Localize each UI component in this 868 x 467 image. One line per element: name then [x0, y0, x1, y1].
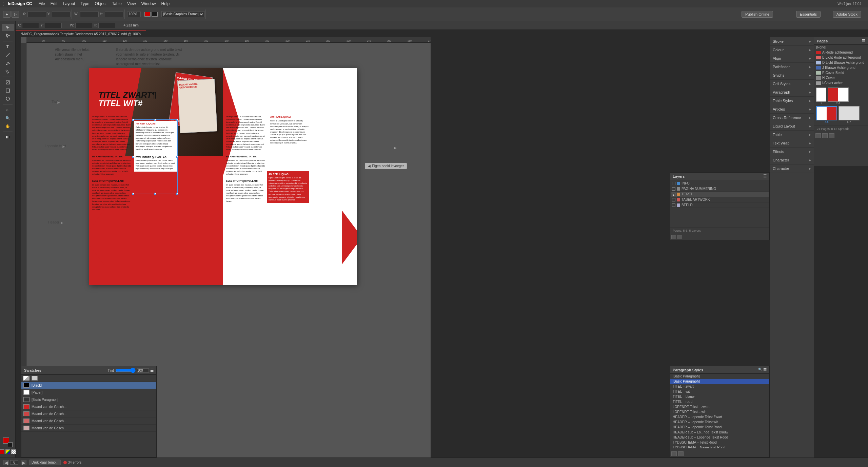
style-basic-para-1[interactable]: [Basic Paragraph] [670, 374, 769, 379]
style-header-lopende-wit[interactable]: HEADER – Lopende Tekst wit [670, 420, 769, 425]
layer-tabel-vis[interactable] [672, 198, 675, 201]
y-input[interactable] [52, 11, 71, 17]
swatch-maand3-item[interactable]: Maand van de Gesch... [21, 417, 156, 425]
right-nav-arrow[interactable] [342, 210, 357, 265]
style-lopende-zwart[interactable]: LOPENDE Tekst – zwart [670, 404, 769, 409]
stroke-panel-btn[interactable]: Colour ▶ [770, 46, 814, 54]
pages-item-d[interactable]: D-Licht Blauwe Achtergrond [814, 60, 868, 65]
layers-new-btn[interactable] [671, 235, 676, 239]
right-float-box[interactable]: AM REM ILIQUAS: Oplut ut ut dolupta core… [267, 171, 309, 203]
style-titel-wit[interactable]: TITEL – wit [670, 389, 769, 394]
direct-selection-tool[interactable] [2, 32, 14, 39]
stroke-swatch[interactable] [8, 442, 13, 447]
layers-panel-menu[interactable]: ☰ [763, 174, 767, 178]
layer-vis-icon[interactable] [672, 182, 675, 185]
menu-view[interactable]: View [125, 1, 138, 6]
swatch-paper-item[interactable]: [Paper] [21, 389, 156, 396]
layer-pagnr-vis[interactable] [672, 187, 675, 191]
swatch-maand2-item[interactable]: Maand van de Gesch... [21, 410, 156, 417]
style-header-sub-blauw[interactable]: HEADER sub – Lo...nde Tekst Blauw [670, 430, 769, 435]
para-styles-trash-btn[interactable] [678, 451, 684, 456]
current-page-input[interactable] [10, 460, 18, 465]
style-titel-blauw[interactable]: TITEL – blauw [670, 394, 769, 399]
menu-layout[interactable]: Layout [61, 1, 78, 6]
zoom-tool[interactable]: 🔍 [2, 114, 14, 122]
articles-panel-btn[interactable]: Cross-Reference ▶ [770, 114, 814, 122]
swatch-black-item[interactable]: [Black] [21, 382, 156, 389]
zoom-input[interactable] [127, 11, 141, 17]
w-input[interactable] [80, 11, 99, 17]
t2-w-input[interactable] [75, 23, 92, 28]
menu-edit[interactable]: Edit [48, 1, 60, 6]
colour-panel-btn[interactable]: Align ▶ [770, 54, 814, 63]
menu-object[interactable]: Object [93, 1, 109, 6]
layers-trash-btn[interactable] [677, 235, 682, 239]
pen-tool[interactable] [2, 59, 14, 67]
pages-item-f[interactable]: F-Cover Beeld [814, 70, 868, 75]
prev-page-btn[interactable]: ◀ [3, 460, 9, 465]
pages-new-page-btn[interactable] [822, 133, 828, 138]
pages-item-j[interactable]: J-Blauwe Achtergrond [814, 65, 868, 70]
float-text-box[interactable]: AM REM ILIQUAS: Oplut ut ut dolupta core… [134, 120, 178, 172]
pages-trash-btn[interactable] [829, 133, 834, 138]
layer-tekst-vis[interactable]: ● [672, 193, 675, 196]
cell-styles-panel-btn[interactable]: Paragraph ▶ [770, 88, 814, 97]
layer-lock-icon[interactable] [677, 182, 680, 185]
swatch-maand4-item[interactable]: Maand van de Gesch... [21, 425, 156, 432]
layer-pagnr-lock[interactable] [677, 187, 680, 191]
apply-gradient-btn[interactable] [5, 449, 10, 454]
left-nav-arrow[interactable] [89, 210, 104, 265]
table-styles-panel-btn[interactable]: Articles ▶ [770, 105, 814, 114]
text-wrap-panel-btn[interactable]: Effects ▶ [770, 148, 814, 156]
menu-help[interactable]: Help [159, 1, 172, 6]
glyphs-panel-btn[interactable]: Cell Styles ▶ [770, 80, 814, 88]
essentials-button[interactable]: Essentials [796, 11, 821, 18]
table-panel-btn[interactable]: Text Wrap ▶ [770, 139, 814, 148]
apply-none-btn[interactable] [11, 449, 16, 454]
style-titel-rood[interactable]: TITEL – rood [670, 399, 769, 404]
t2-h-input[interactable] [98, 23, 115, 28]
swatches-menu[interactable]: ☰ [150, 368, 154, 373]
menu-file[interactable]: File [36, 1, 47, 6]
scissors-tool[interactable]: ✁ [2, 106, 14, 114]
page-thumb-2-3[interactable] [828, 87, 849, 102]
hand-tool[interactable]: ✋ [2, 122, 14, 130]
pencil-tool[interactable] [2, 67, 14, 75]
rect-frame-tool[interactable] [2, 79, 14, 86]
effects-panel-btn[interactable]: Character ▶ [770, 156, 814, 164]
adobe-stock-button[interactable]: Adobe Stock [833, 11, 861, 18]
t2-y-input[interactable] [45, 23, 62, 28]
page-thumb-6-7[interactable] [839, 106, 860, 120]
eigen-beeld-btn[interactable]: ◀ Eigen beeld invoeger [365, 163, 407, 169]
line-tool[interactable] [2, 51, 14, 59]
character-panel-btn[interactable]: Character ▶ [770, 164, 814, 173]
x-input[interactable] [27, 11, 46, 17]
stroke-color-swatch[interactable] [152, 12, 158, 17]
page-thumb-1[interactable] [816, 87, 826, 102]
layer-beeld-vis[interactable] [672, 203, 675, 207]
style-header-lopende-rood[interactable]: HEADER – Lopende Tekst Rood [670, 425, 769, 430]
paragraph-panel-btn[interactable]: Table Styles ▶ [770, 97, 814, 105]
file-tab[interactable]: *MVDG_Programmaboek Template Deelnemers … [16, 30, 146, 37]
rect-tool[interactable] [2, 87, 14, 94]
para-styles-new-btn[interactable] [671, 451, 677, 456]
layer-tekst-item[interactable]: ● TEKST [671, 192, 769, 197]
menu-table[interactable]: Table [110, 1, 124, 6]
pages-item-i[interactable]: I-Cover acher [814, 80, 868, 85]
layer-pagnr-item[interactable]: PAGINA NUMMERING [671, 186, 769, 192]
style-header-sub-rood[interactable]: HEADER sub – Lopende Tekst Rood [670, 435, 769, 440]
publish-online-button[interactable]: Publish Online [742, 11, 773, 18]
menu-window[interactable]: Window [139, 1, 158, 6]
style-tyds-naam-rood[interactable]: TYDSSCHEMA – Naam bold Rood [670, 445, 769, 448]
pages-item-a[interactable]: A-Rode achtergrond [814, 50, 868, 55]
para-styles-menu[interactable]: ☰ [763, 368, 767, 372]
page-thumb-4-5[interactable] [816, 106, 837, 120]
direct-select-btn[interactable]: ▷ [12, 11, 19, 18]
layer-tekst-lock[interactable] [677, 193, 680, 196]
h-input[interactable] [105, 11, 123, 17]
menu-type[interactable]: Type [78, 1, 92, 6]
pages-item-h[interactable]: H-Cover [814, 75, 868, 80]
style-titel-zwart[interactable]: TITEL – zwart [670, 384, 769, 389]
layer-tabel-item[interactable]: TABEL ARTWORK [671, 197, 769, 202]
next-page-btn[interactable]: ▶ [21, 460, 26, 465]
